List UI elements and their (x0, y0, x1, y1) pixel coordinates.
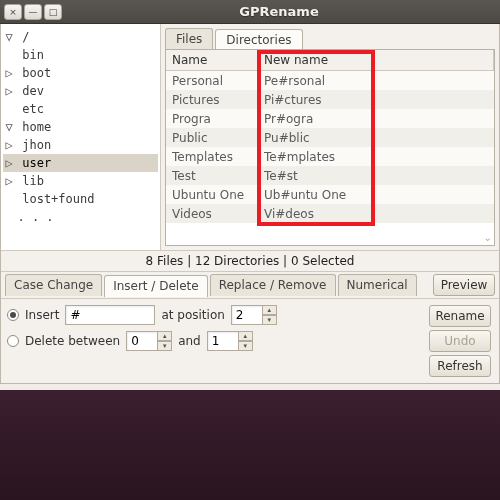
spinner-up-icon[interactable]: ▴ (263, 305, 277, 315)
tree-twisty-icon[interactable]: ▽ (3, 120, 15, 134)
list-tabs: Files Directories (161, 24, 499, 49)
tree-twisty-icon[interactable] (3, 48, 15, 62)
insert-radio[interactable] (7, 309, 19, 321)
delete-radio[interactable] (7, 335, 19, 347)
tree-item[interactable]: ▽ home (3, 118, 158, 136)
tree-item[interactable]: ▷ lib (3, 172, 158, 190)
table-row[interactable]: PublicPu#blic (166, 128, 494, 147)
delete-from-spinner[interactable]: ▴▾ (126, 331, 172, 351)
delete-label: Delete between (25, 334, 120, 348)
tab-case-change[interactable]: Case Change (5, 274, 102, 296)
window-title: GPRename (62, 4, 496, 19)
cell-newname: Pu#blic (258, 131, 494, 145)
cell-newname: Pe#rsonal (258, 74, 494, 88)
cell-name: Personal (166, 74, 258, 88)
delete-from-input[interactable] (126, 331, 158, 351)
tree-twisty-icon[interactable]: ▷ (3, 138, 15, 152)
cell-newname: Pi#ctures (258, 93, 494, 107)
titlebar: × — □ GPRename (0, 0, 500, 24)
cell-newname: Te#st (258, 169, 494, 183)
tab-numerical[interactable]: Numerical (338, 274, 417, 296)
position-spinner[interactable]: ▴▾ (231, 305, 277, 325)
cell-name: Ubuntu One (166, 188, 258, 202)
window-minimize-button[interactable]: — (24, 4, 42, 20)
table-row[interactable]: TestTe#st (166, 166, 494, 185)
tree-item[interactable]: ▷ dev (3, 82, 158, 100)
table-row[interactable]: Ubuntu OneUb#untu One (166, 185, 494, 204)
tab-directories[interactable]: Directories (215, 29, 302, 50)
delete-to-spinner[interactable]: ▴▾ (207, 331, 253, 351)
file-table[interactable]: Name New name PersonalPe#rsonalPicturesP… (165, 49, 495, 246)
tree-item[interactable]: ▷ user (3, 154, 158, 172)
cell-name: Pictures (166, 93, 258, 107)
cell-name: Test (166, 169, 258, 183)
cell-name: Templates (166, 150, 258, 164)
refresh-button[interactable]: Refresh (429, 355, 491, 377)
window-unknown-button[interactable]: × (4, 4, 22, 20)
insert-text-input[interactable] (65, 305, 155, 325)
tree-twisty-icon[interactable]: ▷ (3, 174, 15, 188)
spinner-down-icon[interactable]: ▾ (158, 341, 172, 351)
at-position-label: at position (161, 308, 224, 322)
cell-newname: Ub#untu One (258, 188, 494, 202)
scroll-corner-icon: ⌄ (484, 232, 492, 243)
window-maximize-button[interactable]: □ (44, 4, 62, 20)
position-input[interactable] (231, 305, 263, 325)
cell-newname: Vi#deos (258, 207, 494, 221)
column-header-newname[interactable]: New name (258, 50, 494, 70)
table-row[interactable]: PicturesPi#ctures (166, 90, 494, 109)
tree-item[interactable]: lost+found (3, 190, 158, 208)
and-label: and (178, 334, 201, 348)
spinner-up-icon[interactable]: ▴ (239, 331, 253, 341)
insert-label: Insert (25, 308, 59, 322)
cell-newname: Pr#ogra (258, 112, 494, 126)
tree-item[interactable]: bin (3, 46, 158, 64)
status-line: 8 Files | 12 Directories | 0 Selected (1, 251, 499, 272)
tree-item[interactable]: ▷ jhon (3, 136, 158, 154)
spinner-up-icon[interactable]: ▴ (158, 331, 172, 341)
cell-name: Progra (166, 112, 258, 126)
folder-tree[interactable]: ▽ / bin ▷ boot ▷ dev etc ▽ home ▷ jhon ▷… (1, 24, 161, 250)
column-header-name[interactable]: Name (166, 50, 258, 70)
tree-twisty-icon[interactable]: ▷ (3, 84, 15, 98)
tree-twisty-icon[interactable]: ▽ (3, 30, 15, 44)
table-row[interactable]: VideosVi#deos (166, 204, 494, 223)
table-row[interactable]: PrograPr#ogra (166, 109, 494, 128)
tree-item[interactable]: etc (3, 100, 158, 118)
tree-twisty-icon[interactable]: ▷ (3, 66, 15, 80)
preview-button[interactable]: Preview (433, 274, 495, 296)
rename-button[interactable]: Rename (429, 305, 491, 327)
table-row[interactable]: PersonalPe#rsonal (166, 71, 494, 90)
tree-twisty-icon[interactable] (3, 192, 15, 206)
app-frame: ▽ / bin ▷ boot ▷ dev etc ▽ home ▷ jhon ▷… (0, 24, 500, 384)
cell-name: Videos (166, 207, 258, 221)
tree-twisty-icon[interactable]: ▷ (3, 156, 15, 170)
spinner-down-icon[interactable]: ▾ (263, 315, 277, 325)
tree-more: . . . (3, 208, 158, 226)
tree-item[interactable]: ▽ / (3, 28, 158, 46)
cell-name: Public (166, 131, 258, 145)
cell-newname: Te#mplates (258, 150, 494, 164)
tree-item[interactable]: ▷ boot (3, 64, 158, 82)
undo-button[interactable]: Undo (429, 330, 491, 352)
tab-insert-delete[interactable]: Insert / Delete (104, 275, 208, 297)
table-row[interactable]: TemplatesTe#mplates (166, 147, 494, 166)
spinner-down-icon[interactable]: ▾ (239, 341, 253, 351)
tree-twisty-icon[interactable] (3, 102, 15, 116)
tab-replace-remove[interactable]: Replace / Remove (210, 274, 336, 296)
tab-files[interactable]: Files (165, 28, 213, 49)
delete-to-input[interactable] (207, 331, 239, 351)
